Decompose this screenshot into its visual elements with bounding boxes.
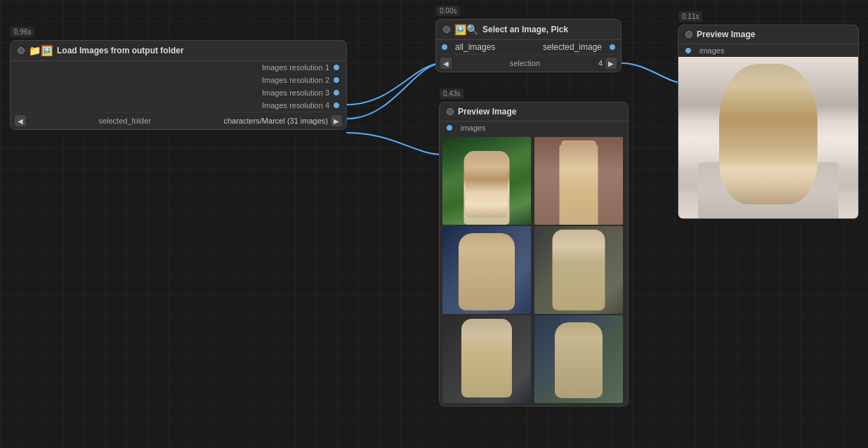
preview-bottom-header: Preview Image <box>440 103 628 121</box>
port-dot-selected-image[interactable] <box>610 44 615 50</box>
preview-image-right-node: 0.11s Preview Image images <box>678 25 859 219</box>
port-all-images-group: all_images <box>442 42 495 52</box>
select-image-status-dot <box>443 26 450 33</box>
load-images-node: 0.96s 📁🖼️ Load Images from output folder… <box>10 40 347 130</box>
prev-selection-button[interactable]: ◀ <box>440 58 452 69</box>
preview-right-timing: 0.11s <box>678 11 702 22</box>
prev-folder-button[interactable]: ◀ <box>15 115 26 126</box>
port-label-all-images: all_images <box>455 42 495 52</box>
load-images-timing: 0.96s <box>11 27 34 37</box>
preview-thumb-2 <box>534 137 623 225</box>
load-images-status-dot <box>18 47 25 54</box>
port-images-right-row: images <box>678 44 858 57</box>
preview-right-title: Preview Image <box>697 29 755 39</box>
port-dot-images-right[interactable] <box>685 48 691 53</box>
preview-thumb-6 <box>534 315 623 403</box>
select-image-icon: 🖼️🔍 <box>454 24 478 35</box>
port-label-images-bottom: images <box>461 124 485 132</box>
port-dot-res2[interactable] <box>334 77 339 83</box>
preview-right-image <box>678 57 858 218</box>
port-dot-res1[interactable] <box>334 65 339 70</box>
thumb-2-figure <box>561 140 596 225</box>
preview-right-face-shape <box>719 64 817 204</box>
next-folder-button[interactable]: ▶ <box>331 115 342 126</box>
select-image-footer: ◀ selection 4 ▶ <box>436 54 621 72</box>
port-dot-res3[interactable] <box>334 90 339 95</box>
preview-thumb-4 <box>534 226 623 314</box>
load-images-icon: 📁🖼️ <box>29 45 53 56</box>
select-image-timing: 0.00s <box>436 6 460 16</box>
port-images-res-3: Images resolution 3 <box>11 86 346 99</box>
port-selected-image-group: selected_image <box>543 42 615 52</box>
port-dot-all-images[interactable] <box>442 44 447 50</box>
preview-bottom-image-grid <box>440 134 628 406</box>
thumb-4-figure <box>553 230 605 310</box>
port-images-bottom-row: images <box>440 121 628 134</box>
thumb-6-figure <box>555 322 603 398</box>
preview-bottom-timing: 0.43s <box>440 88 463 99</box>
thumb-1-figure <box>464 151 510 225</box>
node-canvas: 0.96s 📁🖼️ Load Images from output folder… <box>0 0 868 448</box>
preview-right-header: Preview Image <box>678 25 858 44</box>
port-images-res-2: Images resolution 2 <box>11 74 346 86</box>
preview-bottom-status-dot <box>447 108 454 115</box>
port-label-res2: Images resolution 2 <box>262 76 329 84</box>
preview-right-status-dot <box>685 31 692 38</box>
footer-folder-label: selected_folder <box>29 117 221 125</box>
thumb-3-figure <box>459 233 515 310</box>
load-images-title: Load Images from output folder <box>57 46 184 55</box>
select-image-title: Select an Image, Pick <box>482 25 568 34</box>
port-images-res-1: Images resolution 1 <box>11 61 346 74</box>
preview-thumb-5 <box>442 315 531 403</box>
preview-thumb-1 <box>442 137 531 225</box>
preview-thumb-3 <box>442 226 531 314</box>
thumb-5-figure <box>461 319 512 397</box>
port-label-res3: Images resolution 3 <box>262 88 329 97</box>
port-dot-images-bottom[interactable] <box>447 125 452 131</box>
port-label-selected-image: selected_image <box>543 42 602 52</box>
footer-selection-value: 4 <box>598 59 603 67</box>
footer-selection-label: selection <box>454 59 596 67</box>
port-label-res1: Images resolution 1 <box>262 63 329 72</box>
load-images-footer: ◀ selected_folder characters/Marcel (31 … <box>11 112 346 129</box>
select-image-node: 0.00s 🖼️🔍 Select an Image, Pick all_imag… <box>435 19 622 72</box>
port-images-res-4: Images resolution 4 <box>11 99 346 112</box>
select-image-header: 🖼️🔍 Select an Image, Pick <box>436 20 621 40</box>
load-images-header: 📁🖼️ Load Images from output folder <box>11 41 346 61</box>
port-dot-res4[interactable] <box>334 103 339 108</box>
select-image-ports-row: all_images selected_image <box>436 40 621 54</box>
port-label-res4: Images resolution 4 <box>262 101 329 110</box>
next-selection-button[interactable]: ▶ <box>605 58 617 69</box>
preview-image-bottom-node: 0.43s Preview Image images <box>439 102 629 407</box>
port-label-images-right: images <box>699 46 724 55</box>
preview-bottom-title: Preview Image <box>458 107 516 117</box>
footer-folder-value: characters/Marcel (31 images) <box>223 117 328 125</box>
